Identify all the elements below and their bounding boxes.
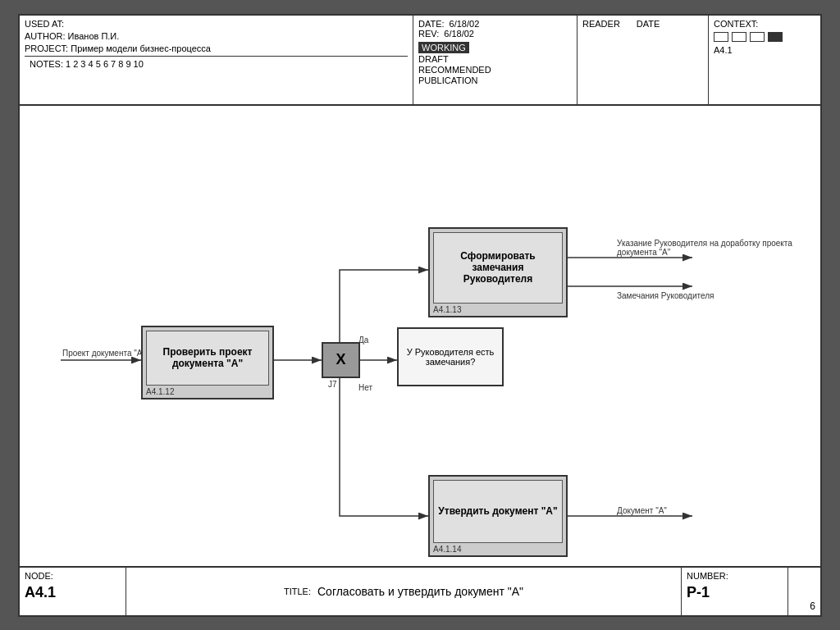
branch-no-label: Нет <box>358 383 372 392</box>
junction-symbol: X <box>336 351 345 368</box>
number-label: NUMBER: <box>687 571 783 581</box>
rev-value: 6/18/02 <box>444 29 474 39</box>
notes-label: NOTES: <box>30 59 63 69</box>
box1-title: Проверить проект документа "А" <box>146 331 269 386</box>
output2-label: Замечания Руководителя <box>617 291 714 300</box>
box1-id: A4.1.12 <box>143 386 272 398</box>
a4-label: A4.1 <box>714 45 815 55</box>
project-value: Пример модели бизнес-процесса <box>71 43 211 53</box>
box2-id: A4.1.13 <box>430 304 566 316</box>
page-number: 6 <box>810 600 815 612</box>
box1: Проверить проект документа "А" A4.1.12 <box>141 326 274 399</box>
decision-box: У Руководителя есть замечания? <box>397 327 504 386</box>
junction-box: X <box>322 342 360 378</box>
box2-title: Сформировать замечания Руководителя <box>433 232 563 304</box>
status-publication: PUBLICATION <box>418 75 478 85</box>
context-box-1 <box>714 32 728 42</box>
header-left: USED AT: AUTHOR: Иванов П.И. PROJECT: Пр… <box>20 16 413 104</box>
context-box-3 <box>750 32 765 42</box>
header-context: CONTEXT: A4.1 <box>709 16 820 104</box>
status-recommended: RECOMMENDED <box>418 65 491 75</box>
footer-page: 6 <box>788 568 820 615</box>
output1-label: Указание Руководителя на доработку проек… <box>617 239 820 257</box>
footer-number-area: NUMBER: P-1 <box>681 568 788 615</box>
node-value: A4.1 <box>25 584 121 601</box>
author-value: Иванов П.И. <box>68 31 120 41</box>
date-label: DATE: <box>418 19 445 29</box>
box3-title: Утвердить документ "А" <box>433 480 563 543</box>
box3: Утвердить документ "А" A4.1.14 <box>428 475 568 557</box>
context-box-2 <box>732 32 746 42</box>
context-box-4 <box>768 32 783 42</box>
page: USED AT: AUTHOR: Иванов П.И. PROJECT: Пр… <box>18 14 822 617</box>
status-working: WORKING <box>418 42 469 53</box>
decision-title: У Руководителя есть замечания? <box>402 347 499 367</box>
footer-title-area: TITLE: Согласовать и утвердить документ … <box>126 568 681 615</box>
input-label: Проект документа "А" <box>62 349 145 358</box>
reader-label: READER <box>582 19 620 29</box>
footer: NODE: A4.1 TITLE: Согласовать и утвердит… <box>20 566 820 615</box>
title-value: Согласовать и утвердить документ "А" <box>317 585 523 598</box>
node-label: NODE: <box>25 571 121 581</box>
number-value: P-1 <box>687 584 783 601</box>
diagram-area: Проект документа "А" Указание Руководите… <box>20 106 820 566</box>
author-label: AUTHOR: <box>25 31 66 41</box>
box2: Сформировать замечания Руководителя A4.1… <box>428 227 568 317</box>
used-at-label: USED AT: <box>25 19 64 29</box>
header: USED AT: AUTHOR: Иванов П.И. PROJECT: Пр… <box>20 16 820 106</box>
title-label: TITLE: <box>284 587 311 596</box>
box3-id: A4.1.14 <box>430 543 566 555</box>
context-label: CONTEXT: <box>714 19 758 29</box>
date-col-label: DATE <box>637 19 660 29</box>
status-draft: DRAFT <box>418 54 449 64</box>
junction-id: J7 <box>328 380 337 389</box>
output3-label: Документ "А" <box>617 506 667 515</box>
project-label: PROJECT: <box>25 43 68 53</box>
header-center: DATE: 6/18/02 REV: 6/18/02 WORKING DRAFT… <box>413 16 578 104</box>
notes-value: 1 2 3 4 5 6 7 8 9 10 <box>66 59 144 69</box>
footer-node-area: NODE: A4.1 <box>20 568 126 615</box>
date-value: 6/18/02 <box>450 19 480 29</box>
rev-label: REV: <box>418 29 439 39</box>
header-reader: READER DATE <box>578 16 709 104</box>
